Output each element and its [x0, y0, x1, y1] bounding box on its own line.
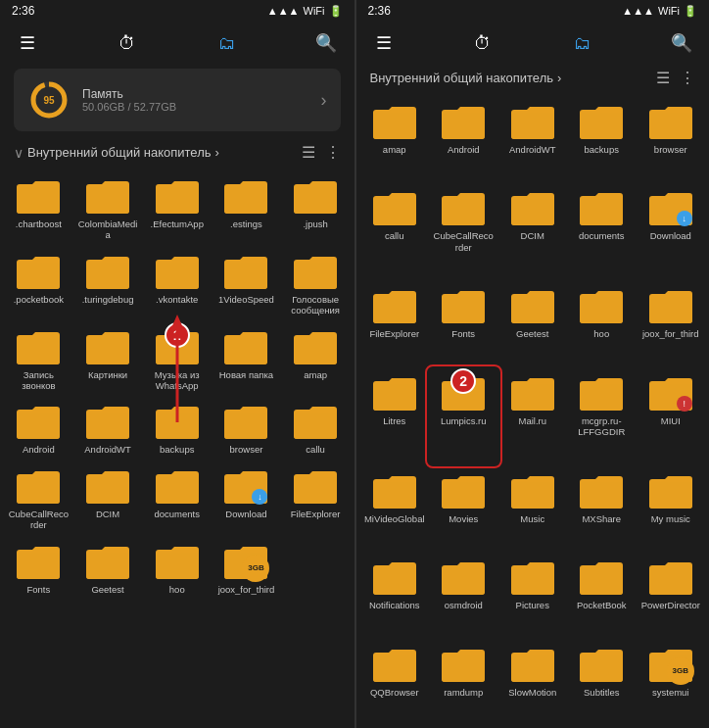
more-options-icon-r[interactable]: ⋮ — [680, 69, 695, 87]
folder-name: Картинки — [88, 369, 127, 380]
folder-item[interactable]: .turingdebug — [73, 247, 143, 320]
folder-item[interactable]: ↓Download — [637, 183, 706, 279]
folder-item[interactable]: CubeCallRecorder — [429, 183, 498, 279]
folder-item[interactable]: !MIUI — [637, 368, 706, 464]
folder-item[interactable]: .jpush — [281, 171, 351, 245]
folder-item[interactable]: Картинки — [73, 322, 143, 396]
list-view-icon-r[interactable]: ☰ — [656, 69, 670, 87]
menu-icon-r[interactable]: ☰ — [370, 32, 398, 54]
folder-item[interactable]: amap — [360, 97, 430, 181]
storage-bar[interactable]: 95 Память 50.06GB / 52.77GB › — [14, 69, 341, 131]
battery-icon: 🔋 — [329, 5, 343, 18]
folder-item[interactable]: hoo — [142, 537, 212, 599]
folder-name: joox_for_third — [218, 584, 275, 595]
breadcrumb-arrow-icon: › — [215, 145, 219, 160]
collapse-icon[interactable]: ∨ — [14, 145, 24, 161]
folder-icon[interactable]: 🗂 — [213, 33, 241, 54]
folder-item[interactable]: Голосовые сообщения — [281, 247, 351, 320]
folder-item[interactable]: AndroidWT — [498, 97, 568, 181]
folder-item[interactable]: 3GBjoox_for_third — [212, 537, 281, 599]
red-badge: ! — [677, 396, 692, 412]
folder-item[interactable]: browser — [212, 397, 281, 459]
menu-icon[interactable]: ☰ — [14, 32, 41, 54]
folder-icon-r[interactable]: 🗂 — [569, 33, 596, 54]
folder-item[interactable]: amap — [281, 322, 351, 396]
folder-icon-wrap — [578, 472, 625, 511]
folder-item[interactable]: joox_for_third — [637, 281, 706, 365]
folder-item[interactable]: SlowMotion — [498, 640, 568, 724]
folder-item[interactable]: Subtitles — [567, 640, 637, 724]
folder-item[interactable]: documents — [567, 183, 637, 279]
folder-icon-wrap — [371, 558, 418, 598]
folder-name: AndroidWT — [84, 444, 131, 455]
folder-item[interactable]: ColombiaMedia — [73, 171, 143, 245]
folder-item[interactable]: Geetest — [498, 281, 568, 365]
folder-item[interactable]: CubeCallRecorder — [4, 461, 73, 535]
folder-item[interactable]: 1Музыка из WhatsApp — [142, 322, 212, 396]
search-icon[interactable]: 🔍 — [312, 32, 340, 54]
folder-item[interactable]: .EfectumApp — [142, 171, 212, 245]
folder-item[interactable]: .estings — [212, 171, 281, 245]
status-bar-right: 2:36 ▲▲▲ WiFi 🔋 — [356, 0, 710, 22]
folder-item[interactable]: 1VideoSpeed — [212, 247, 281, 320]
folder-name: hoo — [169, 584, 185, 595]
folder-name: Android — [448, 144, 480, 155]
breadcrumb-left: ∨ Внутренний общий накопитель › ☰ ⋮ — [0, 139, 354, 168]
folder-item[interactable]: documents — [142, 461, 212, 535]
folder-item[interactable]: Fonts — [429, 281, 498, 365]
folder-item[interactable]: Litres — [360, 368, 430, 464]
folder-item[interactable]: osmdroid — [429, 553, 498, 637]
folder-item[interactable]: .vkontakte — [142, 247, 212, 320]
folder-item[interactable]: callu — [360, 183, 430, 279]
folder-item[interactable]: ↓Download — [212, 461, 281, 535]
folder-name: mcgrp.ru-LFFGGDIR — [571, 415, 632, 438]
folder-item[interactable]: FileExplorer — [360, 281, 430, 365]
folder-item[interactable]: 2Lumpics.ru — [429, 368, 498, 464]
search-icon-r[interactable]: 🔍 — [668, 32, 695, 54]
folder-grid-left: .chartboost ColombiaMedia .EfectumApp .e… — [0, 168, 354, 603]
folder-item[interactable]: ramdump — [429, 640, 498, 724]
folder-item[interactable]: Movies — [429, 466, 498, 551]
folder-item[interactable]: PocketBook — [567, 553, 637, 637]
folder-item[interactable]: Android — [4, 397, 73, 459]
folder-item[interactable]: FileExplorer — [281, 461, 351, 535]
list-view-icon[interactable]: ☰ — [302, 143, 315, 162]
history-icon-r[interactable]: ⏱ — [469, 33, 496, 54]
folder-item[interactable]: Geetest — [73, 537, 143, 599]
history-icon[interactable]: ⏱ — [114, 33, 141, 54]
folder-item[interactable]: Новая папка — [212, 322, 281, 396]
folder-item[interactable]: MXShare — [567, 466, 637, 551]
folder-item[interactable]: PowerDirector — [637, 553, 706, 637]
folder-item[interactable]: AndroidWT — [73, 397, 143, 459]
folder-item[interactable]: Pictures — [498, 553, 568, 637]
folder-name: .pocketbook — [14, 294, 64, 305]
folder-item[interactable]: backups — [142, 397, 212, 459]
folder-icon-wrap — [647, 287, 694, 326]
folder-item[interactable]: Mail.ru — [498, 368, 568, 464]
folder-item[interactable]: Notifications — [360, 553, 430, 637]
folder-item[interactable]: DCIM — [73, 461, 143, 535]
folder-item[interactable]: Music — [498, 466, 568, 551]
more-options-icon[interactable]: ⋮ — [325, 143, 341, 162]
storage-percent: 95 — [43, 95, 54, 106]
folder-item[interactable]: callu — [281, 397, 351, 459]
folder-item[interactable]: My music — [637, 466, 706, 551]
folder-name: DCIM — [96, 509, 119, 519]
folder-item[interactable]: hoo — [567, 281, 637, 365]
folder-name: Mail.ru — [518, 415, 546, 426]
folder-item[interactable]: .pocketbook — [4, 247, 73, 320]
folder-item[interactable]: Запись звонков — [4, 322, 73, 396]
folder-item[interactable]: MiVideoGlobal — [360, 466, 430, 551]
folder-item[interactable]: DCIM — [498, 183, 568, 279]
folder-item[interactable]: .chartboost — [4, 171, 73, 245]
folder-item[interactable]: QQBrowser — [360, 640, 430, 724]
folder-item[interactable]: Android — [429, 97, 498, 181]
folder-name: systemui — [652, 687, 688, 698]
folder-name: backups — [585, 144, 619, 155]
folder-name: .EfectumApp — [151, 218, 204, 229]
folder-item[interactable]: browser — [637, 97, 706, 181]
folder-item[interactable]: 3GBsystemui — [637, 640, 706, 724]
folder-item[interactable]: Fonts — [4, 537, 73, 599]
folder-item[interactable]: backups — [567, 97, 637, 181]
folder-item[interactable]: mcgrp.ru-LFFGGDIR — [567, 368, 637, 464]
